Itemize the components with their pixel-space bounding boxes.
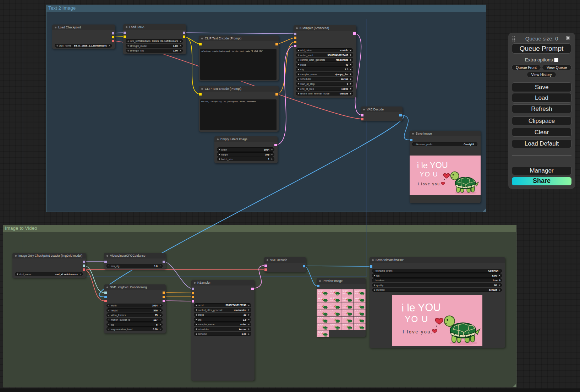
svg-text:YO U: YO U xyxy=(420,170,438,178)
svg-text:i le YOU: i le YOU xyxy=(401,301,441,314)
svg-text:i le YOU: i le YOU xyxy=(417,160,448,170)
svg-text:YO U: YO U xyxy=(405,314,429,323)
svg-text:I love you.: I love you. xyxy=(418,182,442,186)
svg-text:I love you.: I love you. xyxy=(403,329,433,334)
